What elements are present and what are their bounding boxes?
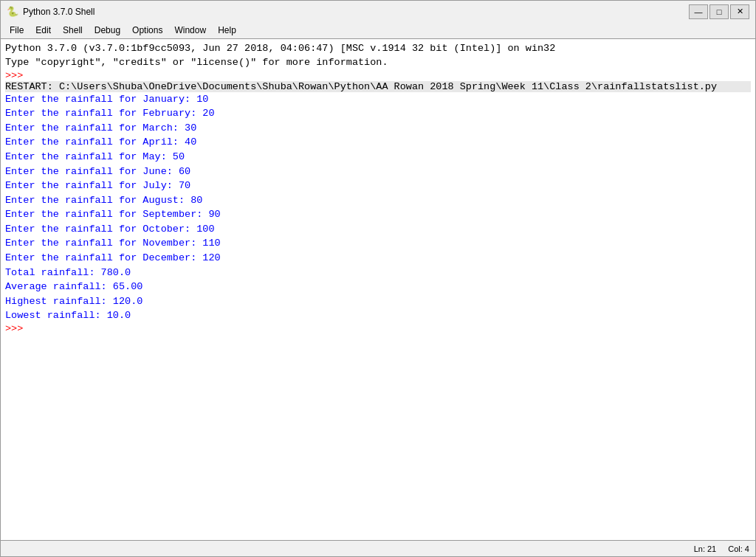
window-title: Python 3.7.0 Shell	[23, 7, 684, 17]
rainfall-entry-1: Enter the rainfall for February: 20	[5, 106, 751, 121]
rainfall-entry-5: Enter the rainfall for June: 60	[5, 165, 751, 179]
menu-file[interactable]: File	[4, 24, 30, 37]
status-col: Col: 4	[728, 544, 749, 553]
rainfall-entry-11: Enter the rainfall for December: 120	[5, 251, 751, 266]
rainfall-entry-9: Enter the rainfall for October: 100	[5, 222, 751, 237]
rainfall-value-1: 20	[202, 108, 214, 119]
rainfall-entry-8: Enter the rainfall for September: 90	[5, 207, 751, 222]
status-bar: Ln: 21 Col: 4	[0, 541, 756, 557]
average-rainfall: Average rainfall: 65.00	[5, 280, 751, 294]
status-ln: Ln: 21	[694, 544, 717, 553]
rainfall-prompt-6: Enter the rainfall for July:	[5, 180, 179, 191]
rainfall-entry-2: Enter the rainfall for March: 30	[5, 121, 751, 136]
rainfall-value-9: 100	[196, 224, 214, 235]
window-controls: — □ ✕	[689, 4, 749, 19]
rainfall-value-4: 50	[173, 151, 185, 162]
rainfall-entry-10: Enter the rainfall for November: 110	[5, 236, 751, 251]
restart-line: RESTART: C:\Users\Shuba\OneDrive\Documen…	[5, 81, 751, 92]
menu-shell[interactable]: Shell	[57, 24, 89, 37]
rainfall-prompt-10: Enter the rainfall for November:	[5, 238, 202, 249]
python-header-line2: Type "copyright", "credits" or "license(…	[5, 56, 751, 70]
app-icon: 🐍	[7, 6, 18, 18]
shell-output[interactable]: Python 3.7.0 (v3.7.0:1bf9cc5093, Jun 27 …	[0, 38, 756, 541]
total-rainfall: Total rainfall: 780.0	[5, 266, 751, 280]
rainfall-prompt-7: Enter the rainfall for August:	[5, 195, 190, 206]
rainfall-entry-4: Enter the rainfall for May: 50	[5, 150, 751, 165]
rainfall-prompt-5: Enter the rainfall for June:	[5, 166, 179, 177]
lowest-rainfall: Lowest rainfall: 10.0	[5, 308, 751, 323]
rainfall-prompt-2: Enter the rainfall for March:	[5, 122, 185, 134]
menu-edit[interactable]: Edit	[30, 24, 57, 37]
rainfall-prompt-11: Enter the rainfall for December:	[5, 252, 202, 263]
menu-help[interactable]: Help	[212, 24, 242, 37]
rainfall-value-11: 120	[202, 252, 220, 263]
rainfall-prompt-4: Enter the rainfall for May:	[5, 151, 173, 162]
rainfall-value-6: 70	[179, 180, 190, 191]
menu-options[interactable]: Options	[126, 24, 168, 37]
rainfall-entry-3: Enter the rainfall for April: 40	[5, 135, 751, 150]
menu-bar: File Edit Shell Debug Options Window Hel…	[0, 22, 756, 38]
close-button[interactable]: ✕	[730, 4, 749, 19]
rainfall-prompt-0: Enter the rainfall for January:	[5, 94, 196, 105]
prompt-2: >>>	[5, 323, 23, 334]
rainfall-prompt-3: Enter the rainfall for April:	[5, 136, 185, 148]
rainfall-prompt-9: Enter the rainfall for October:	[5, 224, 196, 235]
menu-window[interactable]: Window	[168, 24, 212, 37]
title-bar: 🐍 Python 3.7.0 Shell — □ ✕	[0, 0, 756, 22]
menu-debug[interactable]: Debug	[89, 24, 126, 37]
rainfall-value-10: 110	[202, 238, 220, 249]
highest-rainfall: Highest rainfall: 120.0	[5, 294, 751, 309]
rainfall-value-3: 40	[185, 136, 196, 148]
rainfall-prompt-8: Enter the rainfall for September:	[5, 209, 208, 220]
rainfall-entry-7: Enter the rainfall for August: 80	[5, 193, 751, 208]
python-header-line1: Python 3.7.0 (v3.7.0:1bf9cc5093, Jun 27 …	[5, 42, 751, 56]
rainfall-prompt-1: Enter the rainfall for February:	[5, 108, 202, 119]
prompt-1: >>>	[5, 70, 23, 81]
rainfall-entry-6: Enter the rainfall for July: 70	[5, 179, 751, 193]
minimize-button[interactable]: —	[689, 4, 708, 19]
rainfall-entry-0: Enter the rainfall for January: 10	[5, 92, 751, 107]
rainfall-value-5: 60	[179, 166, 190, 177]
rainfall-value-7: 80	[190, 195, 202, 206]
rainfall-value-0: 10	[196, 94, 208, 105]
rainfall-value-8: 90	[208, 209, 220, 220]
rainfall-value-2: 30	[185, 122, 196, 134]
maximize-button[interactable]: □	[709, 4, 729, 19]
